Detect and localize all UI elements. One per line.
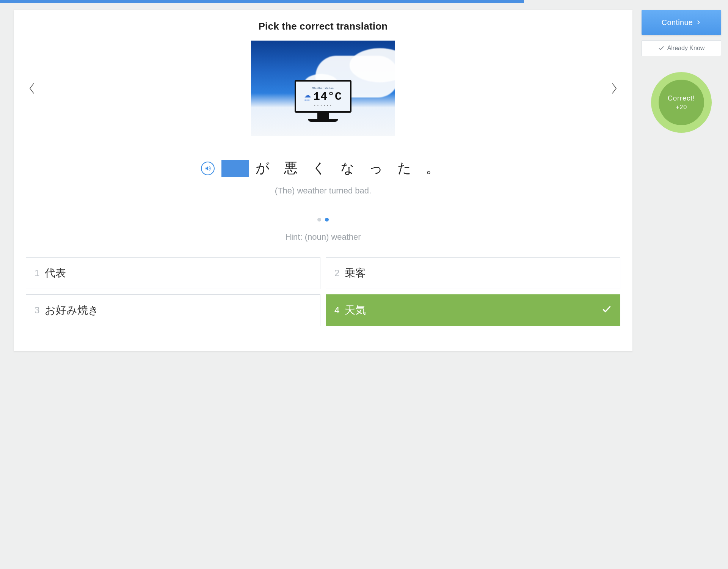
continue-label: Continue [662,18,693,27]
prev-image-button[interactable] [24,81,39,96]
correct-badge-points: +20 [676,104,687,111]
hint-text: Hint: (noun) weather [24,232,622,242]
sidebar: Continue Already Know Correct! +20 [642,10,721,351]
pager-dot[interactable] [317,218,321,222]
sentence-japanese: が 悪 く な っ た 。 [256,159,445,178]
image-weather-station-label: Weather station [312,87,334,90]
option-number: 1 [35,268,39,278]
correct-badge: Correct! +20 [651,72,712,133]
option-label: お好み焼き [45,303,99,318]
already-know-button[interactable]: Already Know [642,40,721,56]
option-1[interactable]: 1 代表 [26,257,320,289]
next-image-button[interactable] [607,81,622,96]
sentence-pager [24,218,622,222]
already-know-label: Already Know [667,45,705,52]
sentence-translation: (The) weather turned bad. [24,186,622,196]
option-4-correct[interactable]: 4 天気 [326,294,620,326]
check-icon [602,304,612,317]
progress-bar-track [0,0,728,3]
option-number: 2 [334,268,339,278]
prompt-image: Weather station ☁ⵊⵊⵊ 14°C ● ● ● ● ● ● [251,41,395,136]
play-audio-button[interactable] [201,162,215,175]
exercise-title: Pick the correct translation [24,20,622,32]
option-2[interactable]: 2 乗客 [326,257,620,289]
continue-button[interactable]: Continue [642,10,721,35]
option-number: 3 [35,305,39,316]
correct-badge-label: Correct! [668,94,695,102]
option-label: 天気 [345,303,366,318]
option-label: 代表 [45,266,66,280]
option-number: 4 [334,305,339,316]
exercise-card: Pick the correct translation Weather sta… [14,10,632,351]
option-label: 乗客 [345,266,366,280]
sentence-blank [221,160,249,177]
answer-options: 1 代表 2 乗客 3 お好み焼き 4 天気 [24,257,622,326]
option-3[interactable]: 3 お好み焼き [26,294,320,326]
cloud-rain-icon: ☁ⵊⵊⵊ [304,92,311,101]
progress-bar-fill [0,0,524,3]
image-temperature: 14°C [313,90,342,103]
pager-dot-active[interactable] [325,218,329,222]
